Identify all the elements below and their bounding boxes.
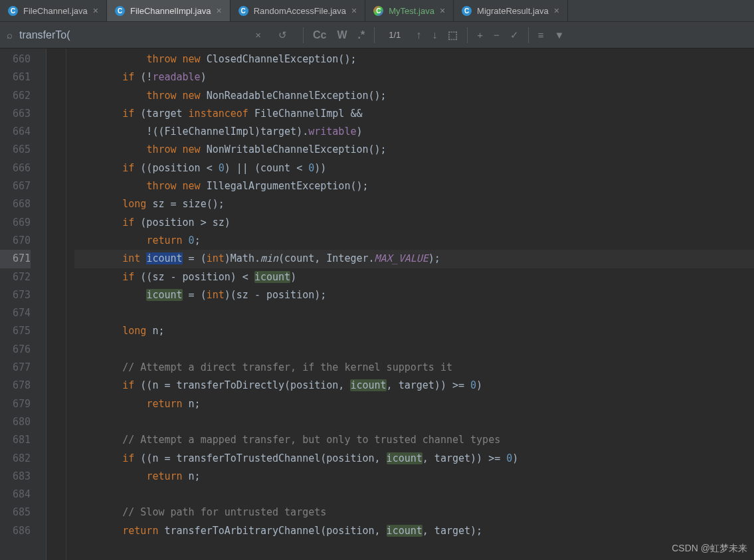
file-icon: C (462, 6, 472, 16)
code-line[interactable]: long n; (74, 322, 754, 340)
divider (528, 27, 529, 43)
code-line[interactable]: if ((n = transferToDirectly(position, ic… (74, 377, 754, 395)
code-line[interactable]: throw new IllegalArgumentException(); (74, 177, 754, 195)
line-number: 684 (0, 486, 31, 504)
line-number: 665 (0, 141, 31, 159)
code-line[interactable]: long sz = size(); (74, 195, 754, 213)
code-line[interactable] (74, 304, 754, 322)
tab-filechannel-java[interactable]: CFileChannel.java× (0, 0, 107, 21)
close-icon[interactable]: × (554, 5, 559, 16)
close-icon[interactable]: × (216, 5, 221, 16)
divider (374, 27, 375, 43)
add-selection-button[interactable]: + (472, 27, 488, 43)
tab-label: MyTest.java (389, 6, 434, 16)
history-icon[interactable]: ↺ (273, 27, 292, 44)
search-input[interactable] (19, 29, 243, 41)
prev-occurrence-button[interactable]: ↑ (411, 27, 426, 44)
code-line[interactable]: throw new NonReadableChannelException(); (74, 87, 754, 105)
filter-list-button[interactable]: ≡ (533, 27, 549, 43)
line-number: 669 (0, 214, 31, 232)
code-line[interactable]: // Slow path for untrusted targets (74, 504, 754, 521)
editor: 6606616626636646656666676686696706716726… (0, 48, 754, 560)
tab-label: FileChannel.java (23, 6, 88, 16)
code-line[interactable]: // Attempt a mapped transfer, but only t… (74, 431, 754, 449)
find-toolbar: ⌕ × ↺ Cc W .* 1/1 ↑ ↓ ⬚ + − ✓ ≡ ▼ (0, 22, 754, 48)
line-number: 670 (0, 232, 31, 250)
line-number: 672 (0, 268, 31, 286)
watermark: CSDN @虹梦未来 (672, 543, 747, 555)
tab-migrateresult-java[interactable]: CMigrateResult.java× (454, 0, 568, 21)
code-line[interactable] (74, 413, 754, 431)
code-line[interactable]: return transferToArbitraryChannel(positi… (74, 522, 754, 540)
line-number: 674 (0, 304, 31, 322)
line-number: 681 (0, 431, 31, 449)
result-count: 1/1 (379, 30, 411, 40)
words-button[interactable]: W (331, 27, 352, 44)
gutter: 6606616626636646656666676686696706716726… (0, 48, 37, 560)
line-number: 683 (0, 468, 31, 486)
line-number: 678 (0, 377, 31, 395)
file-icon: C (238, 6, 248, 16)
tab-label: RandomAccessFile.java (254, 6, 346, 16)
code-line[interactable]: return n; (74, 468, 754, 486)
code-line[interactable]: if (target instanceof FileChannelImpl && (74, 105, 754, 123)
code-line[interactable]: int icount = (int)Math.min(count, Intege… (74, 250, 754, 268)
code-line[interactable] (74, 341, 754, 359)
line-number: 663 (0, 105, 31, 123)
divider (467, 27, 468, 43)
clear-search-icon[interactable]: × (250, 27, 266, 43)
line-number: 662 (0, 87, 31, 105)
line-number: 667 (0, 177, 31, 195)
file-icon: C (8, 6, 18, 16)
file-icon: C (373, 6, 383, 16)
tab-filechannelimpl-java[interactable]: CFileChannelImpl.java× (107, 0, 231, 21)
regex-button[interactable]: .* (353, 27, 371, 44)
fold-strip (37, 48, 47, 560)
line-number: 679 (0, 395, 31, 413)
line-number: 666 (0, 159, 31, 177)
line-number: 676 (0, 341, 31, 359)
code-line[interactable]: if ((position < 0) || (count < 0)) (74, 159, 754, 177)
code-area[interactable]: throw new ClosedChannelException(); if (… (66, 48, 754, 560)
editor-tabs: CFileChannel.java×CFileChannelImpl.java×… (0, 0, 754, 22)
check-selection-button[interactable]: ✓ (505, 27, 524, 44)
code-line[interactable]: icount = (int)(sz - position); (74, 286, 754, 304)
next-occurrence-button[interactable]: ↓ (426, 27, 442, 44)
line-number: 664 (0, 123, 31, 141)
code-line[interactable]: if ((sz - position) < icount) (74, 268, 754, 286)
code-line[interactable]: return n; (74, 395, 754, 413)
close-icon[interactable]: × (440, 5, 445, 16)
guide-strip (47, 48, 66, 560)
tab-randomaccessfile-java[interactable]: CRandomAccessFile.java× (231, 0, 366, 21)
file-icon: C (115, 6, 125, 16)
line-number: 675 (0, 322, 31, 340)
tab-label: MigrateResult.java (477, 6, 549, 16)
line-number: 661 (0, 68, 31, 86)
divider (303, 27, 304, 43)
line-number: 686 (0, 522, 31, 540)
close-icon[interactable]: × (93, 5, 98, 16)
tab-label: FileChannelImpl.java (130, 6, 211, 16)
tab-mytest-java[interactable]: CMyTest.java× (365, 0, 454, 21)
code-line[interactable]: // Attempt a direct transfer, if the ker… (74, 359, 754, 377)
select-all-button[interactable]: ⬚ (442, 26, 463, 44)
code-line[interactable]: return 0; (74, 232, 754, 250)
code-line[interactable]: if (!readable) (74, 68, 754, 86)
code-line[interactable]: throw new ClosedChannelException(); (74, 50, 754, 68)
match-case-button[interactable]: Cc (308, 27, 331, 44)
filter-button[interactable]: ▼ (549, 27, 570, 43)
close-icon[interactable]: × (351, 5, 357, 16)
line-number: 680 (0, 413, 31, 431)
line-number: 685 (0, 504, 31, 521)
code-line[interactable] (74, 486, 754, 504)
line-number: 673 (0, 286, 31, 304)
code-line[interactable]: if (position > sz) (74, 214, 754, 232)
code-line[interactable]: throw new NonWritableChannelException(); (74, 141, 754, 159)
search-icon: ⌕ (7, 29, 13, 41)
code-line[interactable]: if ((n = transferToTrustedChannel(positi… (74, 450, 754, 468)
line-number: 682 (0, 450, 31, 468)
line-number: 671 (0, 250, 31, 268)
code-line[interactable]: !((FileChannelImpl)target).writable) (74, 123, 754, 141)
remove-selection-button[interactable]: − (488, 27, 505, 43)
line-number: 677 (0, 359, 31, 377)
